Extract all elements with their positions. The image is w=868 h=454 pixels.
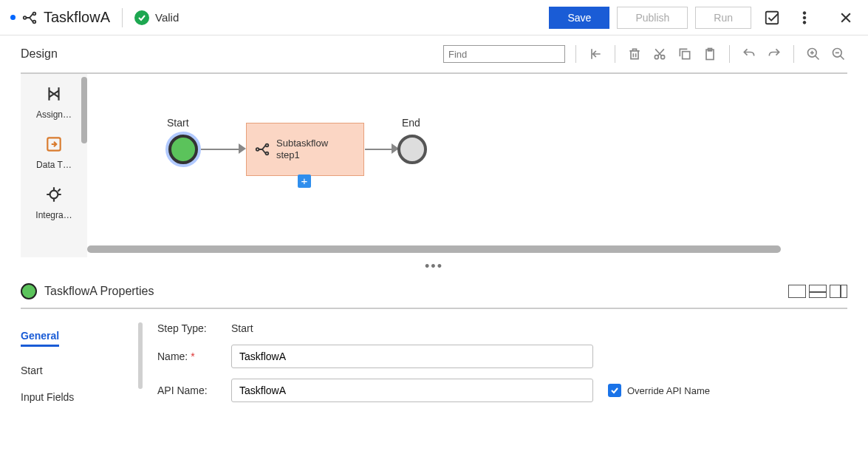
svg-point-4: [803, 11, 806, 14]
assignment-icon: [43, 83, 65, 105]
svg-point-2: [33, 20, 36, 23]
more-menu-icon[interactable]: [793, 6, 816, 30]
svg-rect-3: [766, 11, 779, 24]
integration-icon: [43, 183, 65, 206]
save-button[interactable]: Save: [549, 7, 609, 29]
zoom-in-icon[interactable]: [804, 45, 822, 63]
palette-label: Integra…: [25, 210, 83, 220]
subtaskflow-step-node[interactable]: Subtaskflow step1: [246, 123, 364, 176]
taskflow-icon: [254, 141, 270, 157]
svg-point-15: [50, 191, 58, 199]
delete-icon[interactable]: [626, 45, 643, 63]
svg-rect-9: [683, 52, 690, 59]
copy-icon[interactable]: [676, 45, 694, 63]
edge: [365, 149, 394, 150]
api-name-field[interactable]: [231, 379, 593, 402]
svg-point-16: [256, 148, 259, 151]
data-task-icon: [43, 133, 65, 155]
properties-header: TaskflowA Properties: [21, 275, 847, 309]
design-label: Design: [21, 47, 58, 61]
value-step-type: Start: [231, 322, 253, 334]
svg-point-0: [24, 16, 27, 19]
page-title: TaskflowA: [44, 9, 110, 26]
label-api-name: API Name:: [157, 384, 231, 396]
layout-single-icon[interactable]: [788, 285, 806, 298]
taskflow-icon: [21, 10, 38, 26]
svg-point-5: [803, 16, 806, 19]
layout-split-horizontal-icon[interactable]: [809, 285, 827, 298]
splitter-handle[interactable]: •••: [0, 257, 868, 275]
end-label: End: [402, 117, 420, 129]
run-button[interactable]: Run: [695, 7, 751, 29]
row-step-type: Step Type: Start: [157, 322, 847, 334]
end-node[interactable]: [397, 135, 427, 164]
zoom-out-icon[interactable]: [830, 45, 847, 63]
canvas-h-scrollbar[interactable]: [87, 245, 781, 253]
name-field[interactable]: [231, 345, 593, 368]
sub-step-line2: step1: [276, 149, 328, 161]
label-step-type: Step Type:: [157, 322, 231, 334]
arrowhead-icon: [239, 143, 246, 154]
checkmark-icon: [134, 10, 149, 25]
add-step-icon[interactable]: +: [298, 175, 311, 188]
layout-toggle: [788, 285, 847, 298]
workflow-canvas[interactable]: Start End Subtaskflow step1 +: [87, 74, 847, 257]
tab-start[interactable]: Start: [21, 357, 143, 384]
toolbar-separator: [575, 45, 576, 63]
design-header: Design: [21, 35, 847, 74]
sub-step-text: Subtaskflow step1: [276, 138, 328, 160]
toolbar-separator: [793, 45, 794, 63]
paste-icon[interactable]: [701, 45, 719, 63]
row-api-name: API Name: Override API Name: [157, 379, 847, 402]
row-name: Name:*: [157, 345, 847, 368]
design-area: Design: [0, 35, 868, 257]
tab-input-fields[interactable]: Input Fields: [21, 384, 143, 410]
properties-form: Step Type: Start Name:* API Name: Overri…: [143, 322, 847, 413]
validate-icon[interactable]: [760, 6, 784, 30]
edge: [201, 149, 242, 150]
svg-point-17: [266, 144, 269, 147]
override-checkbox[interactable]: [608, 384, 621, 397]
redo-icon[interactable]: [765, 45, 783, 63]
palette-label: Data T…: [25, 160, 83, 170]
svg-point-6: [803, 21, 806, 24]
layout-split-vertical-icon[interactable]: [830, 285, 847, 298]
tab-general[interactable]: General: [21, 322, 59, 347]
canvas-row: Assign… Data T… Integra… Start End: [21, 74, 847, 257]
override-label: Override API Name: [627, 385, 710, 396]
divider: [122, 8, 123, 27]
properties-panel: TaskflowA Properties General Start Input…: [0, 275, 868, 413]
undo-icon[interactable]: [740, 45, 758, 63]
label-name: Name:*: [157, 350, 231, 362]
palette-label: Assign…: [25, 109, 83, 120]
properties-body: General Start Input Fields Step Type: St…: [21, 309, 847, 413]
close-icon[interactable]: [834, 6, 858, 30]
start-node[interactable]: [168, 135, 198, 164]
toolbar-separator: [615, 45, 615, 63]
design-toolbar: [443, 45, 847, 63]
top-bar: TaskflowA Valid Save Publish Run: [0, 0, 868, 35]
collapse-start-icon[interactable]: [587, 45, 604, 63]
status-badge: Valid: [134, 10, 179, 25]
palette-data-task[interactable]: Data T…: [21, 124, 87, 175]
svg-point-18: [266, 152, 269, 155]
find-input[interactable]: [443, 45, 565, 63]
start-label: Start: [167, 117, 189, 129]
palette-integration[interactable]: Integra…: [21, 175, 87, 225]
tabs-scrollbar[interactable]: [138, 322, 143, 389]
publish-button[interactable]: Publish: [617, 7, 688, 29]
toolbar-separator: [729, 45, 730, 63]
properties-tabs: General Start Input Fields: [21, 322, 143, 413]
palette-scrollbar[interactable]: [81, 77, 87, 143]
svg-point-1: [33, 12, 36, 15]
unsaved-dot-icon: [10, 15, 16, 20]
override-api-name[interactable]: Override API Name: [608, 384, 710, 397]
sub-step-line1: Subtaskflow: [276, 138, 328, 149]
status-text: Valid: [155, 11, 179, 24]
start-node-icon: [21, 283, 37, 299]
step-palette: Assign… Data T… Integra…: [21, 74, 87, 257]
cut-icon[interactable]: [651, 45, 669, 63]
properties-title: TaskflowA Properties: [44, 285, 154, 298]
palette-assignment[interactable]: Assign…: [21, 74, 87, 124]
